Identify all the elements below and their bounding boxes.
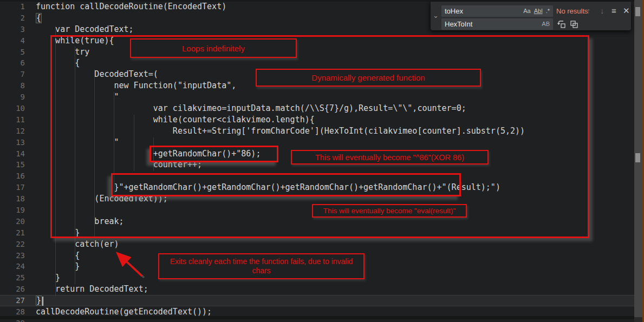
- replace-input[interactable]: HexToInt AB: [441, 18, 553, 30]
- line-number: 1: [0, 1, 25, 12]
- annotation-label-exits: Exits cleanly each time the function fai…: [158, 253, 365, 279]
- code-text[interactable]: return DecodedText;: [25, 284, 148, 295]
- find-in-selection-icon[interactable]: ≡: [612, 6, 616, 16]
- preserve-case-icon[interactable]: AB: [542, 18, 550, 30]
- find-input-value[interactable]: toHex: [445, 5, 520, 17]
- line-number: 14: [0, 148, 25, 160]
- line-number: 18: [0, 193, 25, 205]
- line-number: 17: [0, 182, 25, 193]
- annotation-label-eval: This will eventually become "eval(result…: [312, 204, 467, 218]
- annotation-label-loops: Loops indefinitely: [130, 38, 297, 58]
- scrollbar-marker: [635, 7, 640, 16]
- line-number: 21: [0, 227, 25, 239]
- current-code-line[interactable]: 27}: [0, 295, 635, 306]
- find-results-status: No results: [556, 7, 588, 15]
- code-text[interactable]: catch(er): [25, 239, 119, 250]
- scrollbar-marker: [635, 153, 640, 162]
- replace-icon[interactable]: [557, 19, 567, 29]
- horizontal-scrollbar[interactable]: [0, 316, 634, 319]
- line-number: 24: [0, 261, 25, 272]
- scrollbar-corner: [634, 317, 642, 322]
- line-number: 22: [0, 239, 25, 250]
- line-number: 26: [0, 284, 25, 295]
- matched-bracket[interactable]: {: [36, 13, 42, 23]
- annotation-label-dynamic-function: Dynamically generated function: [256, 69, 481, 87]
- close-icon[interactable]: ✕: [623, 6, 630, 16]
- matched-bracket[interactable]: }: [36, 295, 42, 306]
- line-number: 16: [0, 170, 25, 182]
- annotation-arrow: [108, 249, 151, 280]
- vertical-scrollbar[interactable]: [634, 0, 642, 317]
- annotation-label-xor: This will eventually become "^86"(XOR 86…: [291, 150, 489, 165]
- code-text[interactable]: }: [25, 261, 80, 272]
- code-text[interactable]: {: [25, 250, 80, 261]
- line-number: 7: [0, 69, 25, 80]
- previous-match-icon[interactable]: ↑: [587, 6, 591, 16]
- whole-word-icon[interactable]: Abl: [534, 5, 543, 17]
- line-number: 15: [0, 159, 25, 170]
- line-number: 12: [0, 126, 25, 137]
- line-number: 23: [0, 250, 25, 261]
- next-match-icon[interactable]: ↓: [600, 6, 604, 16]
- line-number: 27: [0, 295, 25, 306]
- line-number: 5: [0, 47, 25, 58]
- line-number: 13: [0, 137, 25, 148]
- code-line[interactable]: 26 return DecodedText;: [0, 284, 635, 295]
- code-text[interactable]: }: [25, 272, 60, 284]
- text-cursor: [42, 297, 43, 306]
- line-number: 10: [0, 103, 25, 114]
- code-text[interactable]: [25, 170, 36, 182]
- replace-input-value[interactable]: HexToInt: [445, 18, 538, 30]
- code-line[interactable]: 22 catch(er): [0, 239, 635, 250]
- line-number: 4: [0, 35, 25, 47]
- code-text[interactable]: function callDecodeRoutine(EncodedText): [25, 1, 226, 12]
- line-number: 3: [0, 24, 25, 35]
- line-number: 11: [0, 114, 25, 126]
- line-number: 8: [0, 80, 25, 91]
- line-number: 2: [0, 12, 25, 24]
- find-input[interactable]: toHex Aa Abl .*: [441, 5, 553, 17]
- annotation-outline-eval-code: [111, 173, 461, 196]
- line-number: 20: [0, 216, 25, 227]
- find-replace-widget: ⌄ toHex Aa Abl .* No results ↑ ↓ ≡ ✕ Hex…: [431, 2, 631, 30]
- annotation-outline-xor-code: [149, 146, 278, 162]
- match-case-icon[interactable]: Aa: [523, 5, 530, 17]
- code-text[interactable]: [25, 205, 36, 216]
- line-number: 19: [0, 205, 25, 216]
- code-editor-window: 1function callDecodeRoutine(EncodedText)…: [0, 0, 644, 322]
- line-number: 25: [0, 272, 25, 284]
- line-number: 6: [0, 57, 25, 69]
- line-number: 9: [0, 91, 25, 103]
- toggle-replace-chevron-icon[interactable]: ⌄: [433, 11, 439, 19]
- regex-icon[interactable]: .*: [546, 5, 550, 17]
- code-text[interactable]: var DecodedText;: [25, 24, 134, 35]
- replace-all-icon[interactable]: [569, 19, 579, 29]
